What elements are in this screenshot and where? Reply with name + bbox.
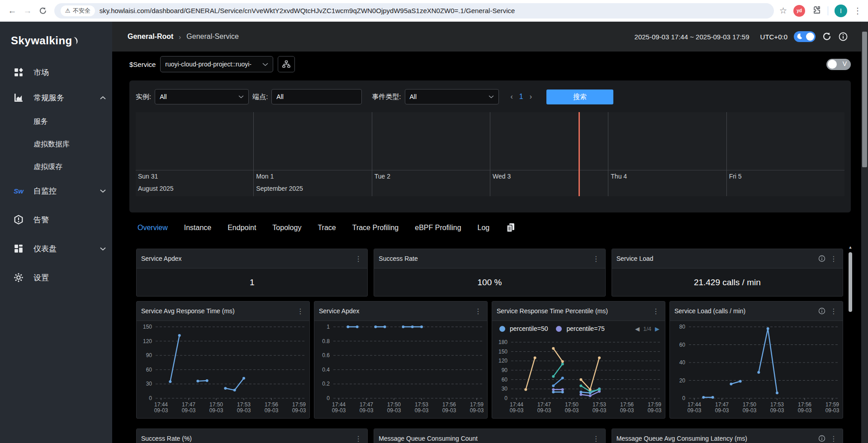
timeline-column: Thu 4 xyxy=(608,112,726,196)
service-select-value: ruoyi-cloud-prod-project::ruoyi- xyxy=(165,61,262,68)
sidebar-item-dashboards[interactable]: 仪表盘 xyxy=(0,236,112,261)
bookmark-star-icon[interactable]: ☆ xyxy=(779,5,787,16)
sidebar-item-self-monitoring[interactable]: Sw 自监控 xyxy=(0,178,112,203)
chart-card-avg-response-time: Service Avg Response Time (ms) ⋮ 0306090… xyxy=(136,301,310,419)
svg-text:17:59: 17:59 xyxy=(470,401,484,408)
view-mode-toggle[interactable]: V xyxy=(826,59,851,70)
info-icon[interactable] xyxy=(838,32,848,42)
endpoint-input[interactable]: All xyxy=(271,89,362,104)
card-title: Service Apdex xyxy=(141,255,354,262)
tab-overview[interactable]: Overview xyxy=(138,224,168,232)
event-type-select[interactable]: All xyxy=(405,89,499,104)
kebab-menu-icon[interactable]: ⋮ xyxy=(592,434,601,443)
info-icon[interactable] xyxy=(818,435,825,442)
sidebar-item-label: 市场 xyxy=(33,67,49,78)
duplicate-icon[interactable] xyxy=(506,222,516,233)
extensions-puzzle-icon[interactable] xyxy=(811,5,821,17)
kebab-menu-icon[interactable]: ⋮ xyxy=(829,434,838,443)
browser-menu-icon[interactable]: ⋮ xyxy=(854,6,862,16)
kebab-menu-icon[interactable]: ⋮ xyxy=(354,434,363,443)
svg-text:0: 0 xyxy=(149,395,152,401)
chart-card-service-load: Service Load (calls / min) ⋮ 02040608017… xyxy=(669,301,843,419)
sidebar-item-marketplace[interactable]: 市场 xyxy=(0,60,112,85)
timeline-day-label: Mon 1 xyxy=(254,170,371,183)
legend-next-icon[interactable]: ▶ xyxy=(655,325,659,332)
profile-avatar[interactable]: I xyxy=(835,5,847,17)
legend-dot[interactable] xyxy=(556,326,562,332)
svg-text:17:53: 17:53 xyxy=(770,401,784,408)
sidebar-item-virtual-cache[interactable]: 虚拟缓存 xyxy=(0,156,112,178)
prev-page-icon[interactable]: ‹ xyxy=(511,93,513,101)
sidebar-item-general-service[interactable]: 常规服务 xyxy=(0,85,112,110)
kebab-menu-icon[interactable]: ⋮ xyxy=(651,307,660,316)
svg-text:90: 90 xyxy=(502,367,508,373)
kebab-menu-icon[interactable]: ⋮ xyxy=(474,307,483,316)
scrollbar-thumb[interactable] xyxy=(862,32,867,167)
scrollbar-thumb[interactable] xyxy=(849,252,852,312)
kebab-menu-icon[interactable]: ⋮ xyxy=(829,254,838,263)
url-text: sky.howlaisi.com/dashboard/GENERAL/Servi… xyxy=(100,7,515,14)
legend-dot[interactable] xyxy=(499,326,505,332)
skywalking-logo[interactable]: Skywalking xyxy=(0,22,112,60)
svg-text:17:50: 17:50 xyxy=(565,401,579,408)
stat-value: 21.429 calls / min xyxy=(612,269,843,297)
divider xyxy=(828,6,828,15)
refresh-icon[interactable] xyxy=(822,32,832,42)
extension-badge[interactable]: yd xyxy=(793,5,805,17)
svg-text:1: 1 xyxy=(327,324,330,330)
tab-ebpf-profiling[interactable]: eBPF Profiling xyxy=(415,224,461,232)
timeline-day-label: Fri 5 xyxy=(727,170,844,183)
sw-logo-icon: Sw xyxy=(14,186,24,196)
security-chip[interactable]: ⚠ 不安全 xyxy=(61,5,95,16)
tab-trace[interactable]: Trace xyxy=(318,224,336,232)
kebab-menu-icon[interactable]: ⋮ xyxy=(354,254,363,263)
legend-prev-icon[interactable]: ◀ xyxy=(635,325,640,332)
timeline-day-label: Sun 31 xyxy=(136,170,253,183)
legend-label[interactable]: percentile=50 xyxy=(510,325,548,332)
line-chart: 030609012015018017:4409-0317:4709-0317:5… xyxy=(492,337,665,415)
chevron-down-icon xyxy=(100,247,106,251)
sidebar-item-service[interactable]: 服务 xyxy=(0,110,112,133)
svg-text:09-03: 09-03 xyxy=(154,407,168,414)
legend-label[interactable]: percentile=75 xyxy=(566,325,604,332)
tab-topology[interactable]: Topology xyxy=(272,224,301,232)
kebab-menu-icon[interactable]: ⋮ xyxy=(592,254,601,263)
breadcrumb-root[interactable]: General-Root xyxy=(128,33,173,41)
kebab-menu-icon[interactable]: ⋮ xyxy=(829,307,838,316)
chart-card-mq-consuming-count: Message Queue Consuming Count ⋮ xyxy=(374,429,605,443)
panel-scrollbar[interactable]: ▲ xyxy=(848,245,853,443)
sidebar-item-label: 设置 xyxy=(33,273,49,283)
sidebar-item-virtual-database[interactable]: 虚拟数据库 xyxy=(0,133,112,156)
forward-icon[interactable]: → xyxy=(20,3,35,19)
event-timeline[interactable]: Sun 31 August 2025 Mon 1 September 2025 … xyxy=(136,112,844,196)
tab-endpoint[interactable]: Endpoint xyxy=(228,224,256,232)
svg-text:30: 30 xyxy=(146,381,152,387)
sidebar-item-alerts[interactable]: 告警 xyxy=(0,207,112,232)
next-page-icon[interactable]: › xyxy=(530,93,532,101)
instance-select[interactable]: All xyxy=(155,89,249,104)
filter-row: 实例: All 端点: All 事件类型: All ‹ 1 xyxy=(129,89,851,105)
svg-text:09-03: 09-03 xyxy=(332,407,346,414)
scroll-up-icon[interactable]: ▲ xyxy=(848,245,853,251)
service-selector-row: $Service ruoyi-cloud-prod-project::ruoyi… xyxy=(129,52,851,77)
tab-trace-profiling[interactable]: Trace Profiling xyxy=(352,224,399,232)
reload-icon[interactable] xyxy=(35,3,51,19)
dark-mode-toggle[interactable] xyxy=(794,31,816,42)
info-icon[interactable] xyxy=(818,307,825,315)
address-bar[interactable]: ⚠ 不安全 sky.howlaisi.com/dashboard/GENERAL… xyxy=(54,3,774,19)
back-icon[interactable]: ← xyxy=(5,3,20,19)
card-title: Service Avg Response Time (ms) xyxy=(141,307,296,315)
card-title: Service Load xyxy=(617,255,818,262)
topology-button[interactable] xyxy=(278,56,295,72)
sidebar-item-settings[interactable]: 设置 xyxy=(0,265,112,290)
svg-text:09-03: 09-03 xyxy=(209,407,223,414)
service-select[interactable]: ruoyi-cloud-prod-project::ruoyi- xyxy=(160,56,273,72)
info-icon[interactable] xyxy=(818,255,825,262)
tab-log[interactable]: Log xyxy=(478,224,490,232)
tab-instance[interactable]: Instance xyxy=(184,224,211,232)
time-range-picker[interactable]: 2025-09-03 17:44 ~ 2025-09-03 17:59 xyxy=(635,33,749,41)
kebab-menu-icon[interactable]: ⋮ xyxy=(296,307,305,316)
search-button[interactable]: 搜索 xyxy=(546,90,613,104)
svg-text:09-03: 09-03 xyxy=(360,407,374,414)
window-scrollbar[interactable] xyxy=(861,22,868,443)
